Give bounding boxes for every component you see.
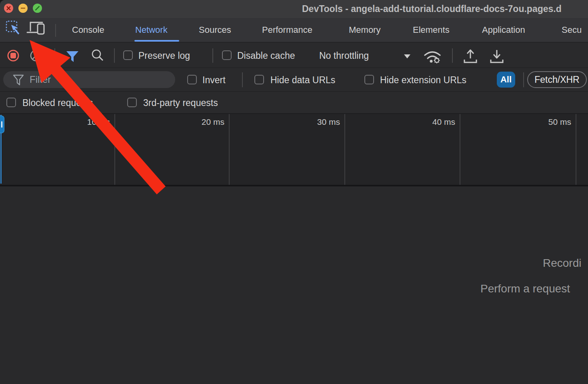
recording-status-text: Recordi xyxy=(543,257,581,270)
filter-toggle-icon[interactable] xyxy=(65,49,80,63)
timeline-tick-40ms: 40 ms xyxy=(411,117,455,127)
perform-request-hint-text: Perform a request xyxy=(480,282,570,295)
third-party-requests-label: 3rd-party requests xyxy=(143,97,218,108)
timeline-tick-30ms: 30 ms xyxy=(296,117,340,127)
tab-console[interactable]: Console xyxy=(72,18,104,42)
toolbar-separator xyxy=(212,48,213,63)
clear-network-log-icon[interactable] xyxy=(28,48,44,63)
window-title: DevTools - angela-add-tutorial.cloudflar… xyxy=(302,0,588,18)
overview-left-grip[interactable] xyxy=(0,116,4,133)
tab-security[interactable]: Secu xyxy=(562,18,582,42)
filter-input-pill[interactable] xyxy=(3,71,175,88)
hide-data-urls-checkbox[interactable] xyxy=(254,75,264,84)
filter-funnel-icon xyxy=(12,74,26,86)
timeline-gridline xyxy=(460,114,460,185)
export-har-icon[interactable] xyxy=(489,47,506,65)
timeline-tick-50ms: 50 ms xyxy=(527,117,571,127)
preserve-log-checkbox[interactable] xyxy=(123,50,133,60)
hide-extension-urls-checkbox[interactable] xyxy=(364,75,374,84)
search-icon[interactable] xyxy=(90,48,105,63)
tabbar-separator xyxy=(55,24,56,37)
fullscreen-icon xyxy=(33,4,42,13)
network-conditions-icon[interactable] xyxy=(423,48,442,65)
tab-network[interactable]: Network xyxy=(135,18,168,42)
timeline-tick-10ms: 10 ms xyxy=(66,117,110,127)
inspect-element-icon[interactable] xyxy=(5,20,22,36)
blocked-requests-label: Blocked requests xyxy=(22,97,93,108)
filter-separator xyxy=(523,72,524,87)
timeline-gridline xyxy=(114,114,115,185)
hide-data-urls-label: Hide data URLs xyxy=(270,74,335,86)
tab-elements[interactable]: Elements xyxy=(413,18,450,42)
network-overview-timeline[interactable]: 10 ms 20 ms 30 ms 40 ms 50 ms xyxy=(0,114,588,186)
timeline-tick-20ms: 20 ms xyxy=(180,117,224,127)
minimize-icon xyxy=(18,4,28,13)
request-type-fetch-xhr-button[interactable]: Fetch/XHR xyxy=(527,71,587,88)
request-type-all-button[interactable]: All xyxy=(497,72,515,88)
timeline-gridline xyxy=(576,114,576,185)
tab-performance[interactable]: Performance xyxy=(262,18,312,42)
tab-memory[interactable]: Memory xyxy=(349,18,380,42)
device-toolbar-icon[interactable] xyxy=(26,20,46,36)
tab-application[interactable]: Application xyxy=(482,18,525,42)
timeline-gridline xyxy=(229,114,230,185)
network-filter-row: Invert Hide data URLs Hide extension URL… xyxy=(0,68,588,92)
disable-cache-label: Disable cache xyxy=(237,50,295,61)
timeline-gridline xyxy=(344,114,345,185)
record-network-log-icon[interactable] xyxy=(6,48,21,63)
import-har-icon[interactable] xyxy=(462,47,479,65)
toolbar-separator xyxy=(114,48,115,63)
preserve-log-label: Preserve log xyxy=(138,50,190,61)
disable-cache-checkbox[interactable] xyxy=(222,50,232,60)
network-filter-row-2: Blocked requests 3rd-party requests xyxy=(0,92,588,114)
fullscreen-window-button[interactable] xyxy=(33,4,42,13)
close-window-button[interactable] xyxy=(4,4,13,13)
filter-separator xyxy=(242,72,243,87)
minimize-window-button[interactable] xyxy=(18,4,28,13)
grip-handle-bar xyxy=(1,121,2,128)
close-icon xyxy=(4,4,13,13)
devtools-window: DevTools - angela-add-tutorial.cloudflar… xyxy=(0,0,588,384)
toolbar-separator xyxy=(54,48,55,63)
filter-input[interactable] xyxy=(29,73,169,86)
tab-sources[interactable]: Sources xyxy=(199,18,231,42)
network-toolbar: Preserve log Disable cache No throttling xyxy=(0,42,588,68)
hide-extension-urls-label: Hide extension URLs xyxy=(380,74,466,86)
devtools-tab-bar: Console Network Sources Performance Memo… xyxy=(0,18,588,42)
third-party-requests-checkbox[interactable] xyxy=(127,98,137,107)
title-bar: DevTools - angela-add-tutorial.cloudflar… xyxy=(0,0,588,18)
throttling-value: No throttling xyxy=(319,50,369,61)
active-tab-underline xyxy=(134,40,179,42)
invert-label: Invert xyxy=(202,74,226,86)
toolbar-separator xyxy=(452,48,453,63)
requests-panel-empty: Recordi Perform a request xyxy=(0,186,588,384)
chevron-down-icon xyxy=(403,54,411,59)
blocked-requests-checkbox[interactable] xyxy=(6,98,16,107)
invert-checkbox[interactable] xyxy=(187,75,197,84)
